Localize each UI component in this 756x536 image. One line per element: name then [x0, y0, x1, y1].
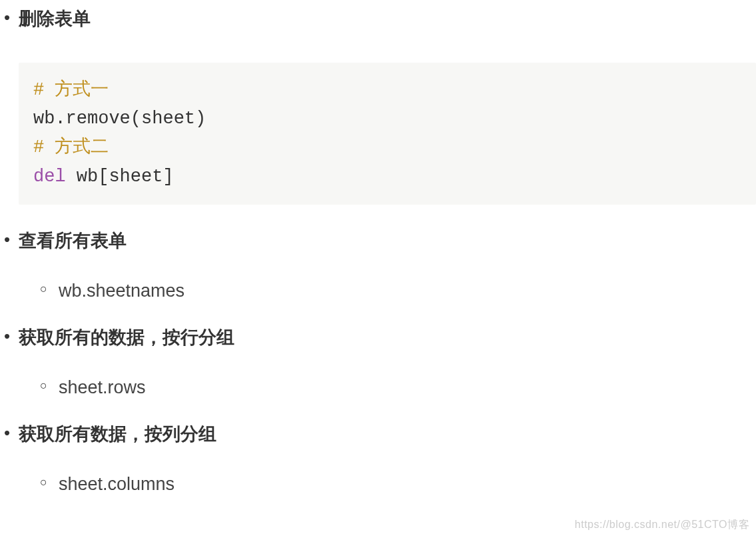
code-keyword: del	[33, 167, 66, 187]
code-line: del wb[sheet]	[33, 163, 741, 191]
sub-list-item: sheet.columns	[59, 474, 756, 495]
list-item-rows: 获取所有的数据，按行分组 sheet.rows	[19, 325, 756, 398]
code-line: # 方式一	[33, 76, 741, 105]
code-text: wb[sheet]	[66, 167, 174, 187]
code-comment: # 方式二	[33, 137, 109, 157]
code-comment: # 方式一	[33, 80, 109, 100]
list-item-view-sheets: 查看所有表单 wb.sheetnames	[19, 229, 756, 301]
code-line: wb.remove(sheet)	[33, 105, 741, 133]
code-line: # 方式二	[33, 133, 741, 162]
item-title: 删除表单	[19, 7, 756, 31]
watermark: https://blog.csdn.net/@51CTO博客	[575, 518, 749, 532]
item-title: 获取所有的数据，按行分组	[19, 325, 756, 349]
list-item-delete-sheet: 删除表单 # 方式一 wb.remove(sheet) # 方式二 del wb…	[19, 7, 756, 205]
sub-list-item: wb.sheetnames	[59, 281, 756, 301]
content-list: 删除表单 # 方式一 wb.remove(sheet) # 方式二 del wb…	[0, 7, 756, 495]
item-title: 查看所有表单	[19, 229, 756, 253]
sub-list: sheet.columns	[19, 474, 756, 495]
list-item-columns: 获取所有数据，按列分组 sheet.columns	[19, 422, 756, 495]
sub-list: sheet.rows	[19, 377, 756, 398]
item-title: 获取所有数据，按列分组	[19, 422, 756, 446]
sub-list: wb.sheetnames	[19, 281, 756, 301]
sub-list-item: sheet.rows	[59, 377, 756, 398]
code-block: # 方式一 wb.remove(sheet) # 方式二 del wb[shee…	[19, 63, 756, 205]
